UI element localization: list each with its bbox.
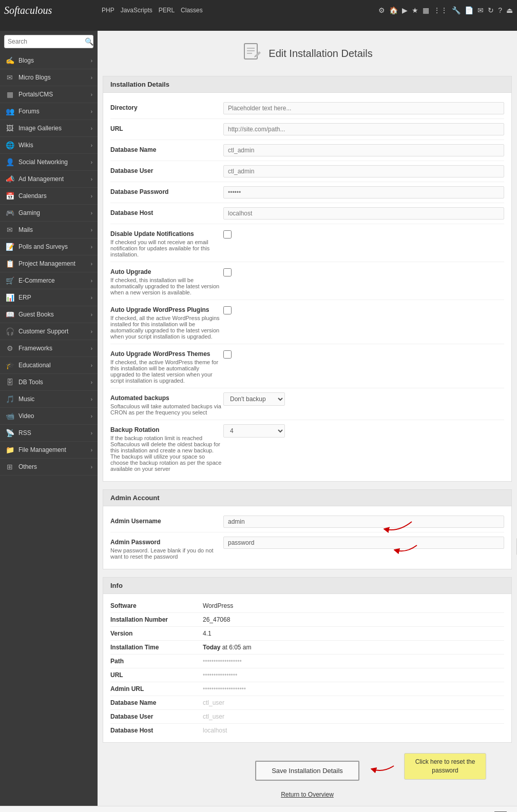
info-value-version: 4.1 — [203, 630, 212, 637]
control-db-name — [223, 144, 504, 156]
installation-details-section: Installation Details Directory URL — [103, 76, 512, 482]
sidebar-item-frameworks[interactable]: ⚙ Frameworks › — [0, 340, 98, 357]
sidebar-item-social[interactable]: 👤 Social Networking › — [0, 154, 98, 171]
support-icon: 🎧 — [5, 327, 14, 335]
sidebar-item-wikis[interactable]: 🌐 Wikis › — [0, 137, 98, 154]
form-row-admin-password: Admin Password New password. Leave blank… — [110, 532, 504, 564]
doc-icon[interactable]: 📄 — [465, 6, 473, 14]
sidebar-label-others: Others — [18, 463, 37, 470]
chevron-icon-4: › — [91, 109, 92, 114]
sidebar-label-mails: Mails — [18, 226, 33, 233]
info-row-path: Path •••••••••••••••••• — [110, 655, 504, 668]
project-icon: 📋 — [5, 260, 14, 268]
sidebar-item-others[interactable]: ⊞ Others › — [0, 459, 98, 476]
info-label-db-name-info: Database Name — [110, 699, 203, 706]
checkbox-upgrade-themes[interactable] — [223, 350, 232, 359]
nav-perl[interactable]: PERL — [159, 7, 175, 14]
info-value-install-num: 26_47068 — [203, 616, 230, 623]
sidebar-item-ecommerce[interactable]: 🛒 E-Commerce › — [0, 272, 98, 289]
input-url[interactable] — [223, 123, 504, 135]
input-admin-password[interactable] — [223, 537, 504, 549]
sidebar-label-project: Project Management — [18, 260, 75, 267]
chevron-icon-17: › — [91, 329, 92, 334]
chevron-icon-19: › — [91, 363, 92, 368]
others-icon: ⊞ — [5, 463, 14, 471]
calendars-icon: 📅 — [5, 192, 14, 200]
input-db-name[interactable] — [223, 144, 504, 156]
sidebar-item-polls[interactable]: 📝 Polls and Surveys › — [0, 239, 98, 255]
installation-details-header: Installation Details — [103, 76, 511, 93]
sidebar-item-customer-support[interactable]: 🎧 Customer Support › — [0, 323, 98, 340]
wrench-icon[interactable]: 🔧 — [452, 6, 461, 14]
sidebar-item-db-tools[interactable]: 🗄 DB Tools › — [0, 374, 98, 391]
refresh-icon[interactable]: ↻ — [488, 6, 494, 14]
nav-classes[interactable]: Classes — [181, 7, 203, 14]
nav-php[interactable]: PHP — [102, 7, 114, 14]
sidebar-item-calendars[interactable]: 📅 Calendars › — [0, 188, 98, 205]
input-db-user[interactable] — [223, 165, 504, 177]
chevron-icon-20: › — [91, 380, 92, 385]
sidebar-label-portals: Portals/CMS — [18, 91, 53, 98]
sidebar-item-educational[interactable]: 🎓 Educational › — [0, 357, 98, 374]
sidebar-label-micro-blogs: Micro Blogs — [18, 74, 51, 81]
input-db-pass[interactable] — [223, 186, 504, 199]
sidebar-item-micro-blogs[interactable]: ✉ Micro Blogs › — [0, 69, 98, 86]
info-row-install-num: Installation Number 26_47068 — [110, 613, 504, 627]
chevron-icon: › — [91, 58, 92, 64]
sidebar-item-music[interactable]: 🎵 Music › — [0, 391, 98, 408]
grid-icon[interactable]: ⋮⋮ — [433, 6, 448, 14]
sidebar-item-gaming[interactable]: 🎮 Gaming › — [0, 205, 98, 222]
control-auto-upgrade — [223, 266, 504, 278]
sidebar: 🔍 ✍ Blogs › ✉ Micro Blogs › ▦ Portals/CM… — [0, 31, 98, 806]
form-row-upgrade-plugins: Auto Upgrade WordPress Plugins If checke… — [110, 300, 504, 344]
settings-icon[interactable]: ⚙ — [378, 6, 385, 14]
sidebar-item-mails[interactable]: ✉ Mails › — [0, 222, 98, 239]
sidebar-item-rss[interactable]: 📡 RSS › — [0, 425, 98, 442]
save-button[interactable]: Save Installation Details — [255, 761, 359, 781]
chevron-icon-12: › — [91, 244, 92, 250]
sidebar-item-guestbooks[interactable]: 📖 Guest Books › — [0, 306, 98, 323]
info-label-version: Version — [110, 630, 203, 637]
chevron-icon-24: › — [91, 447, 92, 453]
home-icon[interactable]: 🏠 — [389, 6, 398, 14]
sidebar-item-project[interactable]: 📋 Project Management › — [0, 255, 98, 272]
checkbox-disable-updates[interactable] — [223, 230, 232, 239]
select-backup-freq[interactable]: Don't backup Once a day Twice a week Onc… — [223, 392, 285, 406]
sidebar-label-gaming: Gaming — [18, 209, 40, 216]
checkbox-auto-upgrade[interactable] — [223, 268, 232, 276]
chevron-icon-22: › — [91, 413, 92, 419]
help-icon[interactable]: ? — [498, 6, 502, 14]
logout-icon[interactable]: ⏏ — [506, 6, 513, 14]
info-row-install-time: Installation Time Today at 6:05 am — [110, 641, 504, 655]
mail-icon[interactable]: ✉ — [477, 6, 484, 14]
chevron-icon-8: › — [91, 176, 92, 182]
chevron-icon-7: › — [91, 160, 92, 165]
select-backup-rotation[interactable]: 1 2 3 4 5 — [223, 424, 285, 438]
play-icon[interactable]: ▶ — [402, 6, 408, 14]
educational-icon: 🎓 — [5, 361, 14, 369]
input-directory[interactable] — [223, 102, 504, 114]
checkbox-upgrade-plugins[interactable] — [223, 306, 232, 314]
control-admin-password — [223, 537, 504, 549]
list-icon[interactable]: ▦ — [423, 6, 429, 14]
sidebar-item-forums[interactable]: 👥 Forums › — [0, 103, 98, 120]
input-admin-username[interactable] — [223, 516, 504, 528]
return-to-overview-link[interactable]: Return to Overview — [281, 791, 334, 798]
search-icon[interactable]: 🔍 — [85, 37, 93, 46]
sidebar-item-ad-management[interactable]: 📣 Ad Management › — [0, 171, 98, 188]
top-nav: PHP JavaScripts PERL Classes — [102, 7, 378, 14]
sidebar-item-portals[interactable]: ▦ Portals/CMS › — [0, 86, 98, 103]
nav-js[interactable]: JavaScripts — [121, 7, 152, 14]
content-area: Edit Installation Details Installation D… — [98, 31, 517, 806]
star-icon[interactable]: ★ — [412, 6, 418, 14]
input-db-host[interactable] — [223, 207, 504, 220]
search-input[interactable] — [8, 38, 85, 45]
sidebar-item-file-management[interactable]: 📁 File Management › — [0, 442, 98, 459]
sidebar-item-video[interactable]: 📹 Video › — [0, 408, 98, 425]
form-row-directory: Directory — [110, 98, 504, 119]
sidebar-item-image-galleries[interactable]: 🖼 Image Galleries › — [0, 120, 98, 137]
sidebar-item-erp[interactable]: 📊 ERP › — [0, 289, 98, 306]
sidebar-item-blogs[interactable]: ✍ Blogs › — [0, 52, 98, 69]
micro-blogs-icon: ✉ — [5, 73, 14, 82]
form-row-db-host: Database Host — [110, 203, 504, 224]
